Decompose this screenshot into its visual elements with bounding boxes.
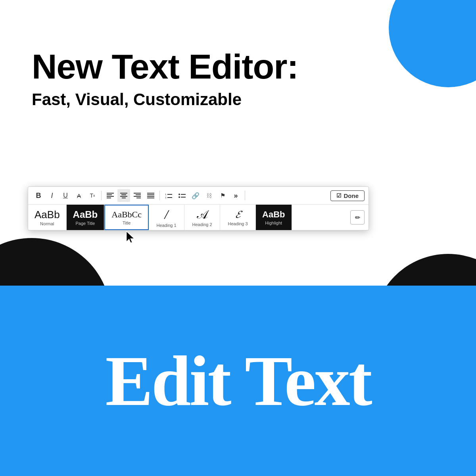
toolbar-styles-row: AaBb Normal AaBb Page Title AaBbCc Title… bbox=[28, 205, 369, 230]
svg-rect-13 bbox=[147, 194, 154, 195]
pencil-icon: ✏ bbox=[355, 214, 360, 221]
svg-point-20 bbox=[178, 194, 180, 195]
svg-rect-2 bbox=[107, 196, 114, 197]
svg-rect-6 bbox=[120, 196, 127, 197]
edit-text-label: Edit Text bbox=[105, 340, 370, 422]
header-section: New Text Editor: Fast, Visual, Customiza… bbox=[32, 48, 298, 109]
svg-rect-11 bbox=[136, 198, 141, 198]
toolbar-top-row: B I U A Tx 1. 2. bbox=[28, 187, 369, 205]
style-title[interactable]: AaBbCc Title bbox=[104, 205, 149, 230]
unlink-button[interactable]: ⛓ bbox=[203, 189, 215, 202]
svg-rect-4 bbox=[120, 193, 127, 194]
style-highlight-preview: AaBb bbox=[262, 210, 285, 219]
style-heading3-preview: 𝓔 bbox=[235, 209, 241, 220]
svg-rect-5 bbox=[121, 194, 126, 195]
svg-rect-10 bbox=[134, 196, 141, 197]
style-heading2[interactable]: 𝒜 Heading 2 bbox=[184, 205, 220, 230]
underline-button[interactable]: U bbox=[59, 189, 72, 202]
style-heading2-preview: 𝒜 bbox=[197, 209, 207, 221]
svg-text:1.: 1. bbox=[165, 193, 167, 196]
svg-rect-8 bbox=[134, 193, 141, 194]
toolbar-separator-1 bbox=[101, 191, 102, 200]
svg-text:2.: 2. bbox=[165, 196, 167, 198]
align-left-button[interactable] bbox=[104, 189, 117, 202]
style-normal[interactable]: AaBb Normal bbox=[28, 205, 67, 230]
flag-button[interactable]: ⚑ bbox=[216, 189, 229, 202]
svg-rect-23 bbox=[181, 197, 186, 198]
style-page-title-label: Page Title bbox=[75, 221, 95, 226]
decoration-circle-top-right bbox=[389, 0, 476, 87]
svg-rect-17 bbox=[167, 194, 172, 195]
style-normal-label: Normal bbox=[40, 221, 54, 226]
style-normal-preview: AaBb bbox=[35, 209, 60, 220]
align-center-button[interactable] bbox=[117, 189, 130, 202]
toolbar-separator-2 bbox=[159, 191, 160, 200]
align-right-button[interactable] bbox=[131, 189, 144, 202]
align-justify-button[interactable] bbox=[144, 189, 157, 202]
svg-rect-1 bbox=[107, 194, 112, 195]
unordered-list-button[interactable] bbox=[176, 189, 188, 202]
subtitle: Fast, Visual, Customizable bbox=[32, 90, 298, 109]
style-heading1-preview: / bbox=[165, 208, 168, 221]
style-heading1[interactable]: / Heading 1 bbox=[149, 205, 184, 230]
style-heading1-label: Heading 1 bbox=[156, 223, 176, 228]
svg-point-22 bbox=[178, 196, 180, 198]
done-label: Done bbox=[344, 192, 359, 199]
blue-banner: Edit Text bbox=[0, 286, 476, 476]
toolbar-separator-3 bbox=[245, 191, 245, 200]
style-page-title-preview: AaBb bbox=[73, 210, 98, 219]
done-button[interactable]: ☑ Done bbox=[330, 190, 365, 201]
link-button[interactable]: 🔗 bbox=[189, 189, 202, 202]
edit-styles-button[interactable]: ✏ bbox=[350, 210, 365, 225]
toolbar-card: B I U A Tx 1. 2. bbox=[28, 186, 369, 230]
style-title-preview: AaBbCc bbox=[111, 210, 142, 219]
style-heading3-label: Heading 3 bbox=[228, 221, 248, 226]
style-heading3[interactable]: 𝓔 Heading 3 bbox=[220, 205, 256, 230]
bold-button[interactable]: B bbox=[32, 189, 45, 202]
style-highlight[interactable]: AaBb Highlight bbox=[256, 205, 292, 230]
italic-button[interactable]: I bbox=[46, 189, 58, 202]
style-highlight-label: Highlight bbox=[265, 221, 282, 225]
style-page-title[interactable]: AaBb Page Title bbox=[67, 205, 105, 230]
svg-rect-21 bbox=[181, 194, 186, 195]
main-title: New Text Editor: bbox=[32, 48, 298, 86]
style-heading2-label: Heading 2 bbox=[192, 222, 212, 227]
svg-rect-15 bbox=[147, 198, 154, 198]
ordered-list-button[interactable]: 1. 2. bbox=[162, 189, 175, 202]
strikethrough-button[interactable]: A bbox=[73, 189, 85, 202]
style-title-label: Title bbox=[123, 221, 131, 225]
svg-rect-14 bbox=[147, 196, 154, 197]
more-button[interactable]: » bbox=[230, 189, 242, 202]
svg-rect-19 bbox=[167, 197, 172, 198]
clear-format-button[interactable]: Tx bbox=[86, 189, 99, 202]
svg-rect-7 bbox=[122, 198, 126, 198]
svg-rect-0 bbox=[107, 193, 114, 194]
svg-rect-9 bbox=[136, 194, 141, 195]
svg-rect-12 bbox=[147, 193, 154, 194]
svg-rect-3 bbox=[107, 198, 111, 198]
